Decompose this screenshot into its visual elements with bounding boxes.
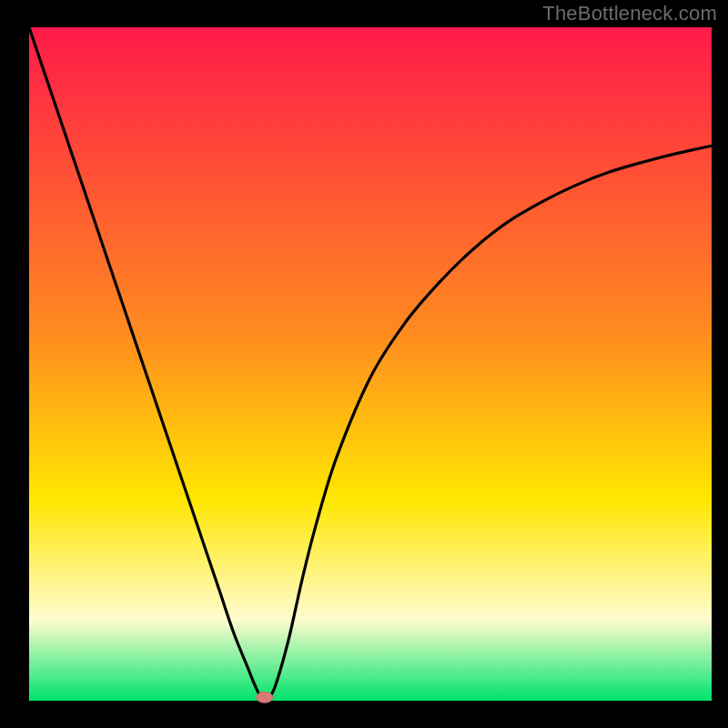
plot-background [29,27,712,701]
optimal-point-marker [257,692,273,703]
bottleneck-chart [0,0,728,728]
chart-frame: TheBottleneck.com [0,0,728,728]
